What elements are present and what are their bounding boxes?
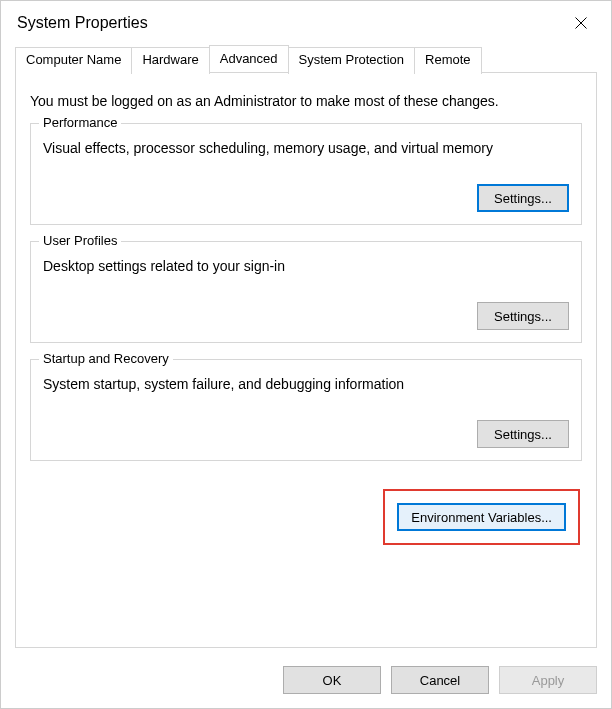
group-user-profiles: User Profiles Desktop settings related t… xyxy=(30,241,582,343)
cancel-button[interactable]: Cancel xyxy=(391,666,489,694)
tab-remote[interactable]: Remote xyxy=(414,47,482,74)
tab-system-protection[interactable]: System Protection xyxy=(288,47,416,74)
group-user-profiles-title: User Profiles xyxy=(39,233,121,248)
env-row: Environment Variables... xyxy=(30,477,582,545)
dialog-content: Computer Name Hardware Advanced System P… xyxy=(1,45,611,654)
environment-variables-button[interactable]: Environment Variables... xyxy=(397,503,566,531)
tab-panel-advanced: You must be logged on as an Administrato… xyxy=(15,72,597,648)
group-performance-title: Performance xyxy=(39,115,121,130)
ok-button[interactable]: OK xyxy=(283,666,381,694)
group-startup-recovery: Startup and Recovery System startup, sys… xyxy=(30,359,582,461)
performance-settings-button[interactable]: Settings... xyxy=(477,184,569,212)
tab-advanced[interactable]: Advanced xyxy=(209,45,289,72)
tab-hardware[interactable]: Hardware xyxy=(131,47,209,74)
env-highlight-annotation: Environment Variables... xyxy=(383,489,580,545)
group-performance-desc: Visual effects, processor scheduling, me… xyxy=(43,140,569,156)
dialog-button-row: OK Cancel Apply xyxy=(1,654,611,708)
user-profiles-settings-button[interactable]: Settings... xyxy=(477,302,569,330)
group-startup-desc: System startup, system failure, and debu… xyxy=(43,376,569,392)
system-properties-window: System Properties Computer Name Hardware… xyxy=(0,0,612,709)
group-user-profiles-desc: Desktop settings related to your sign-in xyxy=(43,258,569,274)
close-button[interactable] xyxy=(565,9,597,37)
window-title: System Properties xyxy=(17,14,148,32)
group-startup-title: Startup and Recovery xyxy=(39,351,173,366)
tab-computer-name[interactable]: Computer Name xyxy=(15,47,132,74)
titlebar: System Properties xyxy=(1,1,611,45)
startup-settings-button[interactable]: Settings... xyxy=(477,420,569,448)
close-icon xyxy=(575,17,587,29)
tab-strip: Computer Name Hardware Advanced System P… xyxy=(15,45,597,72)
admin-note: You must be logged on as an Administrato… xyxy=(30,93,582,109)
apply-button: Apply xyxy=(499,666,597,694)
group-performance: Performance Visual effects, processor sc… xyxy=(30,123,582,225)
